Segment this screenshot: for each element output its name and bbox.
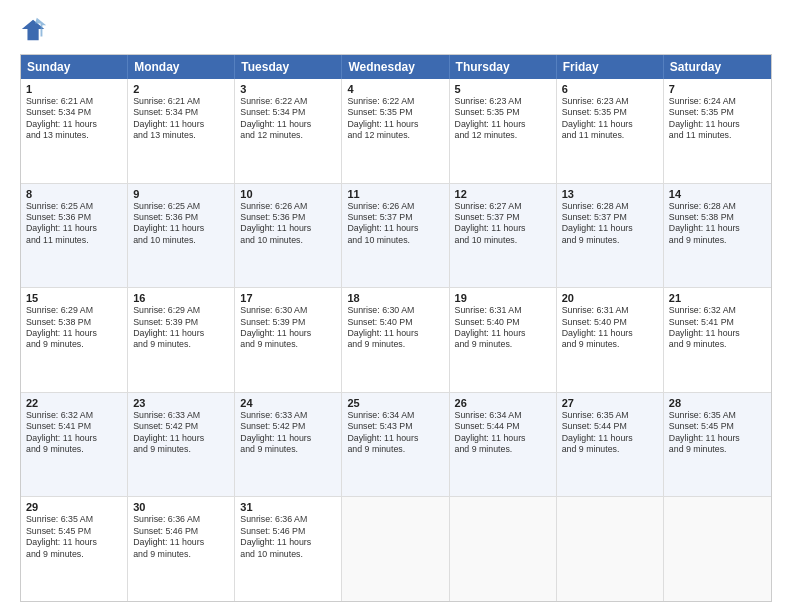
calendar-cell: 25Sunrise: 6:34 AMSunset: 5:43 PMDayligh… <box>342 393 449 497</box>
cell-info: Sunrise: 6:34 AMSunset: 5:44 PMDaylight:… <box>455 410 551 456</box>
header <box>20 16 772 44</box>
calendar-cell: 20Sunrise: 6:31 AMSunset: 5:40 PMDayligh… <box>557 288 664 392</box>
day-number: 6 <box>562 83 658 95</box>
calendar-cell: 22Sunrise: 6:32 AMSunset: 5:41 PMDayligh… <box>21 393 128 497</box>
calendar-cell: 31Sunrise: 6:36 AMSunset: 5:46 PMDayligh… <box>235 497 342 601</box>
day-number: 1 <box>26 83 122 95</box>
calendar-cell: 19Sunrise: 6:31 AMSunset: 5:40 PMDayligh… <box>450 288 557 392</box>
cell-info: Sunrise: 6:22 AMSunset: 5:35 PMDaylight:… <box>347 96 443 142</box>
calendar-cell: 17Sunrise: 6:30 AMSunset: 5:39 PMDayligh… <box>235 288 342 392</box>
cell-info: Sunrise: 6:30 AMSunset: 5:39 PMDaylight:… <box>240 305 336 351</box>
calendar-cell: 13Sunrise: 6:28 AMSunset: 5:37 PMDayligh… <box>557 184 664 288</box>
cell-info: Sunrise: 6:33 AMSunset: 5:42 PMDaylight:… <box>133 410 229 456</box>
calendar-cell: 23Sunrise: 6:33 AMSunset: 5:42 PMDayligh… <box>128 393 235 497</box>
calendar-cell: 9Sunrise: 6:25 AMSunset: 5:36 PMDaylight… <box>128 184 235 288</box>
day-number: 21 <box>669 292 766 304</box>
calendar-cell: 16Sunrise: 6:29 AMSunset: 5:39 PMDayligh… <box>128 288 235 392</box>
cell-info: Sunrise: 6:36 AMSunset: 5:46 PMDaylight:… <box>133 514 229 560</box>
day-number: 14 <box>669 188 766 200</box>
cell-info: Sunrise: 6:32 AMSunset: 5:41 PMDaylight:… <box>26 410 122 456</box>
cell-info: Sunrise: 6:30 AMSunset: 5:40 PMDaylight:… <box>347 305 443 351</box>
calendar-cell: 6Sunrise: 6:23 AMSunset: 5:35 PMDaylight… <box>557 79 664 183</box>
day-number: 11 <box>347 188 443 200</box>
day-number: 19 <box>455 292 551 304</box>
calendar-cell <box>450 497 557 601</box>
cell-info: Sunrise: 6:28 AMSunset: 5:37 PMDaylight:… <box>562 201 658 247</box>
cell-info: Sunrise: 6:29 AMSunset: 5:39 PMDaylight:… <box>133 305 229 351</box>
calendar-cell: 7Sunrise: 6:24 AMSunset: 5:35 PMDaylight… <box>664 79 771 183</box>
calendar-cell: 1Sunrise: 6:21 AMSunset: 5:34 PMDaylight… <box>21 79 128 183</box>
day-number: 17 <box>240 292 336 304</box>
calendar-cell <box>342 497 449 601</box>
cell-info: Sunrise: 6:23 AMSunset: 5:35 PMDaylight:… <box>455 96 551 142</box>
calendar-cell: 12Sunrise: 6:27 AMSunset: 5:37 PMDayligh… <box>450 184 557 288</box>
day-number: 26 <box>455 397 551 409</box>
day-number: 15 <box>26 292 122 304</box>
day-number: 29 <box>26 501 122 513</box>
weekday-header: Saturday <box>664 55 771 79</box>
calendar-body: 1Sunrise: 6:21 AMSunset: 5:34 PMDaylight… <box>21 79 771 601</box>
weekday-header: Thursday <box>450 55 557 79</box>
calendar-cell: 21Sunrise: 6:32 AMSunset: 5:41 PMDayligh… <box>664 288 771 392</box>
cell-info: Sunrise: 6:35 AMSunset: 5:44 PMDaylight:… <box>562 410 658 456</box>
cell-info: Sunrise: 6:25 AMSunset: 5:36 PMDaylight:… <box>26 201 122 247</box>
calendar-cell <box>557 497 664 601</box>
cell-info: Sunrise: 6:25 AMSunset: 5:36 PMDaylight:… <box>133 201 229 247</box>
day-number: 22 <box>26 397 122 409</box>
calendar-cell: 10Sunrise: 6:26 AMSunset: 5:36 PMDayligh… <box>235 184 342 288</box>
cell-info: Sunrise: 6:31 AMSunset: 5:40 PMDaylight:… <box>562 305 658 351</box>
cell-info: Sunrise: 6:35 AMSunset: 5:45 PMDaylight:… <box>669 410 766 456</box>
cell-info: Sunrise: 6:32 AMSunset: 5:41 PMDaylight:… <box>669 305 766 351</box>
day-number: 5 <box>455 83 551 95</box>
day-number: 23 <box>133 397 229 409</box>
calendar-cell: 24Sunrise: 6:33 AMSunset: 5:42 PMDayligh… <box>235 393 342 497</box>
day-number: 9 <box>133 188 229 200</box>
calendar-cell: 3Sunrise: 6:22 AMSunset: 5:34 PMDaylight… <box>235 79 342 183</box>
calendar-cell: 8Sunrise: 6:25 AMSunset: 5:36 PMDaylight… <box>21 184 128 288</box>
calendar-cell: 26Sunrise: 6:34 AMSunset: 5:44 PMDayligh… <box>450 393 557 497</box>
day-number: 4 <box>347 83 443 95</box>
calendar-cell: 30Sunrise: 6:36 AMSunset: 5:46 PMDayligh… <box>128 497 235 601</box>
day-number: 24 <box>240 397 336 409</box>
cell-info: Sunrise: 6:23 AMSunset: 5:35 PMDaylight:… <box>562 96 658 142</box>
day-number: 8 <box>26 188 122 200</box>
day-number: 31 <box>240 501 336 513</box>
cell-info: Sunrise: 6:27 AMSunset: 5:37 PMDaylight:… <box>455 201 551 247</box>
logo-icon <box>20 16 48 44</box>
cell-info: Sunrise: 6:34 AMSunset: 5:43 PMDaylight:… <box>347 410 443 456</box>
cell-info: Sunrise: 6:21 AMSunset: 5:34 PMDaylight:… <box>133 96 229 142</box>
calendar-cell: 2Sunrise: 6:21 AMSunset: 5:34 PMDaylight… <box>128 79 235 183</box>
calendar-row: 15Sunrise: 6:29 AMSunset: 5:38 PMDayligh… <box>21 288 771 393</box>
calendar-cell: 18Sunrise: 6:30 AMSunset: 5:40 PMDayligh… <box>342 288 449 392</box>
cell-info: Sunrise: 6:21 AMSunset: 5:34 PMDaylight:… <box>26 96 122 142</box>
day-number: 27 <box>562 397 658 409</box>
calendar-header: SundayMondayTuesdayWednesdayThursdayFrid… <box>21 55 771 79</box>
calendar-row: 29Sunrise: 6:35 AMSunset: 5:45 PMDayligh… <box>21 497 771 601</box>
day-number: 13 <box>562 188 658 200</box>
day-number: 28 <box>669 397 766 409</box>
day-number: 2 <box>133 83 229 95</box>
day-number: 12 <box>455 188 551 200</box>
cell-info: Sunrise: 6:22 AMSunset: 5:34 PMDaylight:… <box>240 96 336 142</box>
cell-info: Sunrise: 6:35 AMSunset: 5:45 PMDaylight:… <box>26 514 122 560</box>
calendar-cell: 5Sunrise: 6:23 AMSunset: 5:35 PMDaylight… <box>450 79 557 183</box>
day-number: 3 <box>240 83 336 95</box>
day-number: 18 <box>347 292 443 304</box>
cell-info: Sunrise: 6:26 AMSunset: 5:36 PMDaylight:… <box>240 201 336 247</box>
calendar-cell: 28Sunrise: 6:35 AMSunset: 5:45 PMDayligh… <box>664 393 771 497</box>
calendar-row: 22Sunrise: 6:32 AMSunset: 5:41 PMDayligh… <box>21 393 771 498</box>
day-number: 16 <box>133 292 229 304</box>
day-number: 10 <box>240 188 336 200</box>
calendar-cell: 27Sunrise: 6:35 AMSunset: 5:44 PMDayligh… <box>557 393 664 497</box>
cell-info: Sunrise: 6:31 AMSunset: 5:40 PMDaylight:… <box>455 305 551 351</box>
calendar-cell: 29Sunrise: 6:35 AMSunset: 5:45 PMDayligh… <box>21 497 128 601</box>
weekday-header: Sunday <box>21 55 128 79</box>
cell-info: Sunrise: 6:29 AMSunset: 5:38 PMDaylight:… <box>26 305 122 351</box>
calendar-cell: 15Sunrise: 6:29 AMSunset: 5:38 PMDayligh… <box>21 288 128 392</box>
logo <box>20 16 52 44</box>
calendar-row: 8Sunrise: 6:25 AMSunset: 5:36 PMDaylight… <box>21 184 771 289</box>
calendar-row: 1Sunrise: 6:21 AMSunset: 5:34 PMDaylight… <box>21 79 771 184</box>
weekday-header: Wednesday <box>342 55 449 79</box>
weekday-header: Friday <box>557 55 664 79</box>
cell-info: Sunrise: 6:26 AMSunset: 5:37 PMDaylight:… <box>347 201 443 247</box>
